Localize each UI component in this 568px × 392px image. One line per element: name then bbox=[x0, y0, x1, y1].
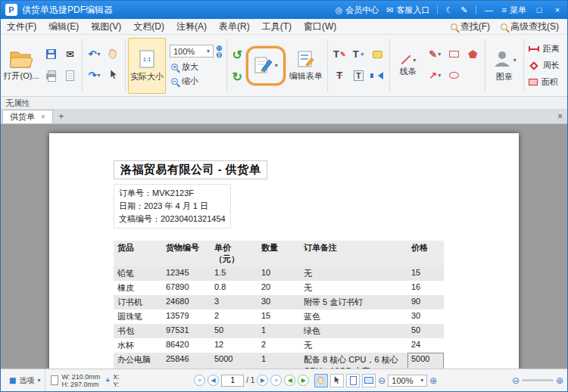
area-tool-button[interactable]: 面积 bbox=[529, 76, 560, 88]
skin-icon[interactable]: ✎ bbox=[460, 5, 467, 15]
sticky-note-icon bbox=[373, 51, 382, 58]
add-text-button[interactable]: T+ bbox=[349, 45, 368, 64]
customer-service-button[interactable]: ✉ 客服入口 bbox=[386, 5, 429, 16]
zoom-slider-track[interactable] bbox=[522, 379, 554, 381]
redo-button[interactable]: ↷▾ bbox=[85, 66, 104, 86]
maximize-button[interactable]: □ bbox=[534, 5, 545, 14]
edit-form-button[interactable]: 编辑表单 bbox=[287, 38, 325, 94]
fit-page-button[interactable] bbox=[346, 374, 360, 387]
save-button[interactable] bbox=[42, 45, 61, 64]
table-cell: 0.8 bbox=[211, 281, 257, 295]
tab-supply-order[interactable]: 供货单 × bbox=[2, 110, 53, 123]
menu-item[interactable]: 视图(V) bbox=[85, 20, 127, 33]
edit-text-button[interactable]: T✎ bbox=[330, 45, 349, 64]
strikeout-text-button[interactable]: T bbox=[330, 66, 349, 86]
close-document-button[interactable]: × bbox=[557, 111, 563, 122]
last-page-button[interactable]: » bbox=[270, 375, 282, 386]
options-button[interactable]: ▦ 选项 ▾ bbox=[5, 369, 45, 391]
zoom-decrement-button[interactable]: ⊖ bbox=[216, 51, 222, 58]
oval-tool-button[interactable] bbox=[445, 66, 463, 86]
menu-item[interactable]: 窗口(W) bbox=[298, 20, 342, 33]
hand-icon bbox=[317, 375, 326, 386]
hand-tool-button[interactable] bbox=[314, 374, 328, 387]
file-small-buttons: ✉ bbox=[42, 45, 80, 87]
menu-item[interactable]: 文档(D) bbox=[127, 20, 170, 33]
prev-page-button[interactable]: ◀ bbox=[208, 375, 219, 386]
pdf-page[interactable]: 洛福贸易有限公司 - 供货单 订单号：MVK2123F 日期：2023 年 4 … bbox=[49, 133, 519, 369]
close-button[interactable]: × bbox=[552, 5, 563, 14]
table-cell: 订书机 bbox=[114, 295, 162, 310]
table-cell: 15 bbox=[257, 310, 300, 324]
zoom-level-select[interactable]: 100% ▾ bbox=[388, 375, 427, 387]
tab-close-icon[interactable]: × bbox=[41, 113, 45, 121]
previous-view-button[interactable]: ◀ bbox=[284, 375, 295, 386]
menu-item[interactable]: 文件(F) bbox=[1, 20, 42, 33]
line-tool-button[interactable]: ▾ 线条 bbox=[392, 38, 424, 94]
hand-icon bbox=[108, 48, 119, 61]
table-cell: 水杯 bbox=[114, 338, 162, 353]
advanced-find-button[interactable]: 高级查找(S) bbox=[496, 20, 563, 33]
zoom-in-button[interactable]: ⊕ bbox=[429, 375, 437, 386]
minimize-button[interactable]: — bbox=[484, 5, 495, 14]
table-row: 订书机24680330附带 5 盒订书钉90 bbox=[114, 295, 444, 310]
document-area[interactable]: 洛福贸易有限公司 - 供货单 订单号：MVK2123F 日期：2023 年 4 … bbox=[1, 124, 567, 369]
titlebar-separator bbox=[476, 5, 476, 14]
select-tool-button[interactable] bbox=[104, 66, 123, 86]
new-tab-button[interactable]: + bbox=[55, 110, 67, 123]
hand-tool-button[interactable] bbox=[104, 45, 123, 64]
mail-button[interactable]: ✉ bbox=[61, 45, 80, 64]
stamp-button[interactable]: ▾ 图章 bbox=[488, 38, 521, 94]
undo-button[interactable]: ↶▾ bbox=[85, 45, 104, 64]
fit-width-button[interactable] bbox=[362, 374, 376, 387]
select-tool-button[interactable] bbox=[330, 374, 344, 387]
perimeter-tool-button[interactable]: 周长 bbox=[529, 60, 560, 71]
text-box-button[interactable]: T bbox=[349, 66, 368, 86]
next-page-button[interactable]: ▶ bbox=[257, 375, 268, 386]
sticky-note-button[interactable] bbox=[368, 45, 387, 64]
edit-form-label: 编辑表单 bbox=[289, 71, 323, 80]
menu-button[interactable]: ≡ 菜单 bbox=[502, 5, 526, 16]
zoom-out-button[interactable]: − 缩小 bbox=[170, 76, 222, 87]
edit-content-icon bbox=[254, 55, 273, 76]
print-button[interactable] bbox=[42, 66, 61, 86]
menu-item[interactable]: 表单(R) bbox=[213, 20, 256, 33]
menu-label: 菜单 bbox=[510, 5, 526, 16]
menu-item[interactable]: 工具(T) bbox=[256, 20, 298, 33]
export-button[interactable] bbox=[61, 66, 80, 86]
distance-tool-button[interactable]: 距离 bbox=[529, 43, 560, 54]
zoom-slider-minus-button[interactable]: ⊖ bbox=[512, 375, 520, 386]
arrow-tool-button[interactable]: ↗▾ bbox=[426, 66, 445, 86]
polygon-tool-button[interactable] bbox=[463, 45, 482, 64]
table-cell: 50 bbox=[211, 324, 257, 338]
text-box-icon: T bbox=[354, 70, 364, 81]
menu-item[interactable]: 编辑(E) bbox=[42, 20, 85, 33]
actual-size-button[interactable]: 1:1 实际大小 bbox=[128, 38, 166, 94]
arrow-icon: ↗ bbox=[429, 70, 437, 81]
zoom-level-select[interactable]: 100% ▾ bbox=[170, 45, 214, 58]
edit-content-button[interactable]: ▾ bbox=[249, 49, 282, 82]
zoom-out-button[interactable]: ⊖ bbox=[378, 375, 385, 386]
table-row: 水杯86420122无24 bbox=[114, 338, 444, 353]
table-cell: 2 bbox=[257, 338, 300, 353]
zoom-slider-plus-button[interactable]: ⊕ bbox=[556, 375, 563, 386]
find-button[interactable]: 查找(F) bbox=[446, 20, 495, 33]
open-button[interactable]: 打开(O)... bbox=[2, 38, 40, 94]
table-cell: 13579 bbox=[162, 310, 211, 324]
rotate-left-button[interactable]: ↺ bbox=[232, 48, 242, 62]
page-number-input[interactable] bbox=[221, 375, 244, 387]
rectangle-tool-button[interactable] bbox=[445, 45, 463, 64]
menu-item[interactable]: 注释(A) bbox=[170, 20, 213, 33]
next-view-button[interactable]: ▶ bbox=[298, 375, 309, 386]
night-mode-icon[interactable]: ☾ bbox=[445, 5, 453, 15]
member-center-button[interactable]: ◎ 会员中心 bbox=[335, 5, 379, 16]
pencil-tool-button[interactable]: ✎▾ bbox=[426, 45, 445, 64]
zoom-in-button[interactable]: + 放大 bbox=[170, 61, 222, 73]
stamp-icon bbox=[492, 49, 512, 70]
redo-icon: ↷ bbox=[89, 70, 97, 81]
sound-comment-button[interactable] bbox=[368, 66, 387, 86]
svg-text:1:1: 1:1 bbox=[142, 56, 151, 63]
rotate-right-button[interactable]: ↻ bbox=[232, 70, 242, 84]
crosshair-icon: + bbox=[105, 376, 110, 384]
first-page-button[interactable]: « bbox=[194, 375, 205, 386]
pdf-editor-window: P 供货单迅捷PDF编辑器 ◎ 会员中心 ✉ 客服入口 ☾ ✎ — ≡ 菜单 □… bbox=[0, 0, 568, 392]
